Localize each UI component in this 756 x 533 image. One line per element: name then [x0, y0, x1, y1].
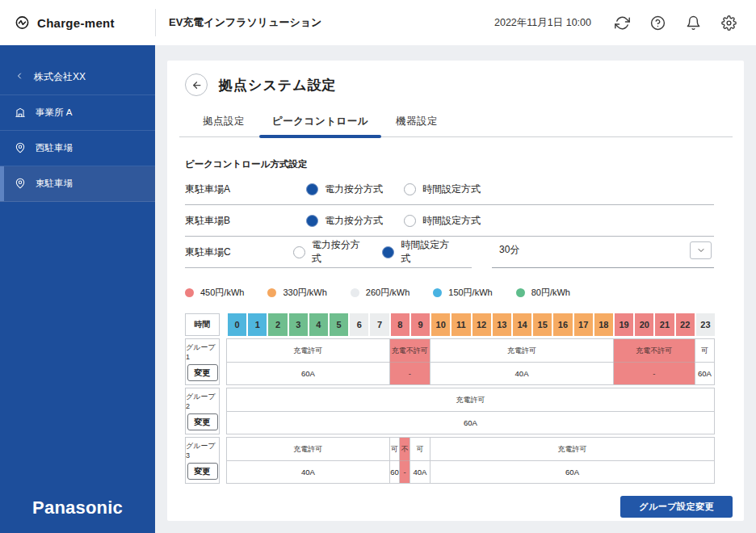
app-window: Charge-ment EV充電インフラソリューション 2022年11月1日 1… — [0, 0, 756, 533]
brand-name: Charge-ment — [37, 16, 115, 30]
bell-icon[interactable] — [686, 15, 701, 31]
change-button[interactable]: 変更 — [187, 413, 218, 430]
radio-time[interactable]: 時間設定方式 — [404, 183, 481, 196]
hour-header-cell: 4 — [308, 313, 328, 336]
legend-label: 260円/kWh — [366, 287, 410, 299]
parking-area-label: 東駐車場C — [185, 246, 293, 259]
hour-header-cell: 23 — [695, 313, 715, 336]
sidebar-company[interactable]: 株式会社XX — [0, 60, 155, 95]
schedule-cell-amps: 60A — [226, 362, 389, 385]
chevron-down-icon[interactable] — [690, 241, 712, 259]
schedule-group-row-1: グループ2変更充電許可60A — [185, 388, 715, 434]
radio-label: 時間設定方式 — [422, 183, 481, 196]
change-button[interactable]: 変更 — [187, 364, 218, 381]
hour-header-cell: 21 — [653, 313, 674, 336]
hour-header-cell: 17 — [573, 313, 593, 336]
legend-dot-icon — [433, 288, 442, 297]
group-label-cell: グループ3変更 — [185, 437, 220, 484]
radio-power[interactable]: 電力按分方式 — [306, 183, 383, 196]
legend-label: 330円/kWh — [283, 287, 326, 299]
legend-label: 80円/kWh — [531, 287, 570, 299]
refresh-icon[interactable] — [615, 15, 630, 31]
change-button[interactable]: 変更 — [187, 463, 218, 480]
schedule-cell-amps: - — [399, 460, 410, 484]
schedule-cell-amps: 60 — [389, 460, 400, 484]
gear-icon[interactable] — [721, 15, 737, 31]
legend-item: 150円/kWh — [433, 287, 492, 299]
sidebar-office[interactable]: 事業所 A — [0, 95, 155, 131]
schedule-cell-permission: 充電許可 — [430, 338, 613, 362]
hour-header-cell: 9 — [410, 313, 430, 336]
radio-unselected-icon — [404, 215, 416, 227]
radio-power[interactable]: 電力按分方式 — [293, 238, 362, 266]
tab-1[interactable]: ピークコントロール — [258, 107, 382, 136]
page-title: 拠点システム設定 — [219, 76, 337, 94]
schedule-header-row: 時間01234567891011121314151617181920212223 — [185, 313, 715, 336]
group-settings-change-button[interactable]: グループ設定変更 — [620, 496, 733, 518]
hour-header-cell: 18 — [593, 313, 613, 336]
schedule-cell-amps: - — [613, 362, 695, 385]
hour-header-cell: 12 — [471, 313, 491, 336]
back-button[interactable] — [185, 73, 208, 96]
schedule-cell-amps: 40A — [410, 460, 430, 484]
schedule-cell-amps: 40A — [430, 362, 613, 385]
schedule-group-row-2: グループ3変更充電許可40A可60不-可40A充電許可60A — [185, 437, 715, 484]
charge-ment-logo-icon — [15, 15, 30, 31]
sidebar-item-location-1[interactable]: 東駐車場 — [0, 166, 155, 202]
method-settings: 東駐車場A電力按分方式時間設定方式東駐車場B電力按分方式時間設定方式東駐車場C電… — [179, 174, 733, 268]
sidebar-item-location-0[interactable]: 西駐車場 — [0, 131, 155, 166]
panasonic-logo: Panasonic — [0, 497, 155, 533]
legend-item: 330円/kWh — [267, 287, 326, 299]
selected-accent-bar — [0, 166, 4, 201]
radio-time[interactable]: 時間設定方式 — [404, 214, 481, 228]
schedule-cell-permission: 充電許可 — [226, 388, 715, 411]
main-content: 拠点システム設定 拠点設定ピークコントロール機器設定 ピークコントロール方式設定… — [155, 45, 756, 533]
method-row-main: 東駐車場C電力按分方式時間設定方式 — [185, 237, 472, 268]
group-label-cell: グループ1変更 — [185, 338, 220, 385]
schedule-cell-permission: 可 — [389, 437, 400, 460]
schedule-group-row-0: グループ1変更充電許可60A充電不許可-充電許可40A充電不許可-可60A — [185, 338, 715, 385]
group-name: グループ1 — [186, 342, 219, 361]
group-label-cell: グループ2変更 — [185, 388, 220, 434]
parking-area-label: 東駐車場B — [185, 214, 306, 228]
method-row-0: 東駐車場A電力按分方式時間設定方式 — [185, 174, 714, 205]
top-bar: Charge-ment EV充電インフラソリューション 2022年11月1日 1… — [0, 0, 756, 45]
footer-actions: グループ設定変更 — [179, 496, 733, 518]
schedule-cell-permission: 充電許可 — [430, 437, 715, 460]
hour-header-cell: 16 — [552, 313, 572, 336]
tab-0[interactable]: 拠点設定 — [189, 107, 258, 136]
radio-power[interactable]: 電力按分方式 — [306, 214, 383, 228]
method-row-main: 東駐車場A電力按分方式時間設定方式 — [185, 174, 714, 205]
tab-2[interactable]: 機器設定 — [382, 107, 452, 136]
legend-label: 150円/kWh — [448, 287, 492, 299]
schedule-cell-permission: 充電許可 — [226, 338, 389, 362]
radio-label: 時間設定方式 — [401, 238, 451, 266]
radio-time[interactable]: 時間設定方式 — [382, 238, 451, 266]
hour-header-cell: 15 — [531, 313, 552, 336]
page-head: 拠点システム設定 — [179, 73, 733, 96]
radio-selected-icon — [306, 183, 318, 195]
radio-selected-icon — [306, 215, 318, 227]
interval-select[interactable]: 30分 — [492, 237, 714, 268]
radio-label: 電力按分方式 — [312, 238, 362, 266]
sidebar-item-label: 東駐車場 — [36, 178, 73, 190]
hour-header-cell: 19 — [613, 313, 633, 336]
method-row-1: 東駐車場B電力按分方式時間設定方式 — [185, 205, 714, 237]
section-title: ピークコントロール方式設定 — [179, 158, 733, 170]
legend-dot-icon — [267, 288, 276, 297]
hour-header-cell: 1 — [246, 313, 267, 336]
office-label: 事業所 A — [36, 107, 72, 119]
schedule-cell-amps: - — [389, 362, 430, 385]
help-icon[interactable] — [650, 15, 666, 31]
legend-label: 450円/kWh — [200, 287, 244, 299]
hour-header-cell: 13 — [491, 313, 511, 336]
hour-header-cell: 0 — [226, 313, 246, 336]
legend-dot-icon — [351, 288, 359, 297]
radio-selected-icon — [382, 246, 394, 258]
hour-header-cell: 2 — [267, 313, 287, 336]
time-header-cell: 時間 — [185, 313, 220, 336]
schedule-cell-permission: 充電不許可 — [389, 338, 430, 362]
parking-area-label: 東駐車場A — [185, 183, 306, 196]
legend-item: 260円/kWh — [351, 287, 410, 299]
app-title: EV充電インフラソリューション — [169, 15, 321, 30]
